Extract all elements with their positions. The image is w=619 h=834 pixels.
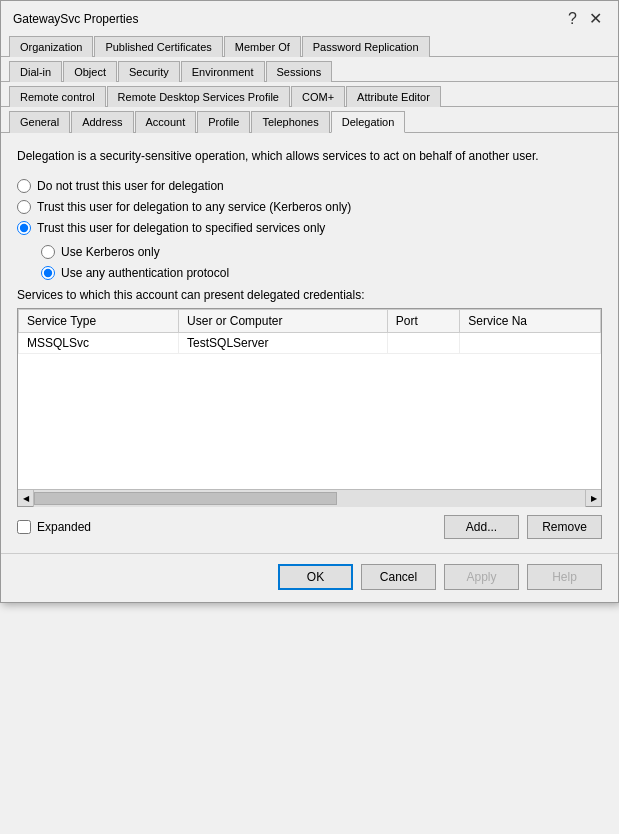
tab-com-plus[interactable]: COM+ bbox=[291, 86, 345, 107]
scrollbar-track bbox=[34, 490, 585, 507]
tab-published-certificates[interactable]: Published Certificates bbox=[94, 36, 222, 57]
description-text: Delegation is a security-sensitive opera… bbox=[17, 147, 602, 165]
radio-kerberos-only-input[interactable] bbox=[41, 245, 55, 259]
expanded-label: Expanded bbox=[37, 520, 91, 534]
tab-account[interactable]: Account bbox=[135, 111, 197, 133]
services-table-container: Service Type User or Computer Port Servi… bbox=[17, 308, 602, 507]
content-area: Delegation is a security-sensitive opera… bbox=[1, 133, 618, 553]
radio-no-trust-label: Do not trust this user for delegation bbox=[37, 179, 224, 193]
tab-organization[interactable]: Organization bbox=[9, 36, 93, 57]
radio-trust-any-label: Trust this user for delegation to any se… bbox=[37, 200, 351, 214]
col-service-type: Service Type bbox=[19, 310, 179, 333]
tab-security[interactable]: Security bbox=[118, 61, 180, 82]
services-table: Service Type User or Computer Port Servi… bbox=[18, 309, 601, 354]
tab-strip-row2: Dial-in Object Security Environment Sess… bbox=[1, 57, 618, 82]
help-icon[interactable]: ? bbox=[564, 10, 581, 28]
tab-remote-control[interactable]: Remote control bbox=[9, 86, 106, 107]
tab-environment[interactable]: Environment bbox=[181, 61, 265, 82]
col-port: Port bbox=[387, 310, 459, 333]
tab-strip-row4: General Address Account Profile Telephon… bbox=[1, 107, 618, 133]
radio-any-auth-label: Use any authentication protocol bbox=[61, 266, 229, 280]
radio-any-auth-input[interactable] bbox=[41, 266, 55, 280]
tab-attribute-editor[interactable]: Attribute Editor bbox=[346, 86, 441, 107]
services-label: Services to which this account can prese… bbox=[17, 288, 602, 302]
table-body: MSSQLSvc TestSQLServer bbox=[19, 333, 601, 354]
tab-profile[interactable]: Profile bbox=[197, 111, 250, 133]
title-bar: GatewaySvc Properties ? ✕ bbox=[1, 1, 618, 32]
tab-telephones[interactable]: Telephones bbox=[251, 111, 329, 133]
help-button[interactable]: Help bbox=[527, 564, 602, 590]
scrollbar-thumb[interactable] bbox=[34, 492, 337, 505]
expanded-checkbox[interactable] bbox=[17, 520, 31, 534]
tab-general[interactable]: General bbox=[9, 111, 70, 133]
table-header: Service Type User or Computer Port Servi… bbox=[19, 310, 601, 333]
table-row[interactable]: MSSQLSvc TestSQLServer bbox=[19, 333, 601, 354]
cell-port bbox=[387, 333, 459, 354]
close-icon[interactable]: ✕ bbox=[585, 9, 606, 28]
cancel-button[interactable]: Cancel bbox=[361, 564, 436, 590]
radio-any-auth[interactable]: Use any authentication protocol bbox=[41, 266, 602, 280]
tab-dial-in[interactable]: Dial-in bbox=[9, 61, 62, 82]
horizontal-scrollbar[interactable]: ◀ ▶ bbox=[18, 489, 601, 506]
remove-button[interactable]: Remove bbox=[527, 515, 602, 539]
radio-trust-any-input[interactable] bbox=[17, 200, 31, 214]
tab-strip-row1: Organization Published Certificates Memb… bbox=[1, 32, 618, 57]
tab-sessions[interactable]: Sessions bbox=[266, 61, 333, 82]
radio-trust-specified-input[interactable] bbox=[17, 221, 31, 235]
radio-kerberos-only[interactable]: Use Kerberos only bbox=[41, 245, 602, 259]
radio-no-trust-input[interactable] bbox=[17, 179, 31, 193]
expanded-row: Expanded Add... Remove bbox=[17, 515, 602, 539]
tab-object[interactable]: Object bbox=[63, 61, 117, 82]
ok-button[interactable]: OK bbox=[278, 564, 353, 590]
tab-remote-desktop-services-profile[interactable]: Remote Desktop Services Profile bbox=[107, 86, 290, 107]
bottom-buttons: OK Cancel Apply Help bbox=[1, 553, 618, 602]
apply-button[interactable]: Apply bbox=[444, 564, 519, 590]
col-user-or-computer: User or Computer bbox=[179, 310, 388, 333]
add-button[interactable]: Add... bbox=[444, 515, 519, 539]
title-bar-controls: ? ✕ bbox=[564, 9, 606, 28]
tab-strip-row3: Remote control Remote Desktop Services P… bbox=[1, 82, 618, 107]
tab-password-replication[interactable]: Password Replication bbox=[302, 36, 430, 57]
scroll-left-icon[interactable]: ◀ bbox=[18, 490, 34, 507]
radio-trust-specified[interactable]: Trust this user for delegation to specif… bbox=[17, 221, 602, 235]
tab-address[interactable]: Address bbox=[71, 111, 133, 133]
cell-service-type: MSSQLSvc bbox=[19, 333, 179, 354]
radio-trust-specified-label: Trust this user for delegation to specif… bbox=[37, 221, 325, 235]
cell-user-or-computer: TestSQLServer bbox=[179, 333, 388, 354]
radio-kerberos-only-label: Use Kerberos only bbox=[61, 245, 160, 259]
scroll-right-icon[interactable]: ▶ bbox=[585, 490, 601, 507]
cell-service-name bbox=[460, 333, 601, 354]
radio-no-trust[interactable]: Do not trust this user for delegation bbox=[17, 179, 602, 193]
radio-trust-any[interactable]: Trust this user for delegation to any se… bbox=[17, 200, 602, 214]
expanded-right: Add... Remove bbox=[444, 515, 602, 539]
table-wrapper: Service Type User or Computer Port Servi… bbox=[18, 309, 601, 489]
sub-radio-group: Use Kerberos only Use any authentication… bbox=[41, 245, 602, 280]
tab-member-of[interactable]: Member Of bbox=[224, 36, 301, 57]
dialog-title: GatewaySvc Properties bbox=[13, 12, 138, 26]
expanded-left: Expanded bbox=[17, 520, 91, 534]
radio-group-main: Do not trust this user for delegation Tr… bbox=[17, 179, 602, 235]
tab-delegation[interactable]: Delegation bbox=[331, 111, 406, 133]
col-service-name: Service Na bbox=[460, 310, 601, 333]
dialog: GatewaySvc Properties ? ✕ Organization P… bbox=[0, 0, 619, 603]
